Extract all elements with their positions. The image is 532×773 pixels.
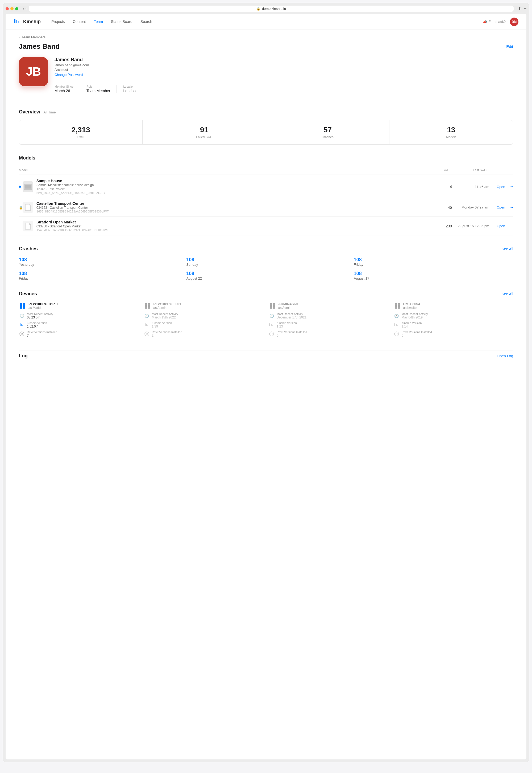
breadcrumb-label: Team Members [22,35,45,39]
device-name: PI-W10PRO-R17-T [28,302,58,306]
stat-swc: 2,313 SwC [19,120,143,144]
feedback-button[interactable]: 📣 Feedback? [483,20,506,24]
list-item: PI-W10PRO-0001 as Admin 🕐 Most Recent Ac… [144,302,264,340]
page-content: ‹ Team Members James Band Edit JB James … [6,30,526,375]
svg-rect-23 [146,324,147,326]
model-active-dot [19,185,21,188]
device-revit-label: Revit Versions Installed [402,330,432,334]
model-info: Castellon Transport Center 034123 · Cast… [36,201,431,213]
nav-content[interactable]: Content [73,18,86,25]
svg-rect-30 [273,306,275,309]
back-button[interactable]: ‹ [23,7,24,11]
svg-rect-10 [23,303,25,306]
device-revit: R Revit Versions Installed 2 [144,330,264,337]
crash-date: Yesterday [19,263,178,267]
forward-button[interactable]: › [26,7,27,11]
address-bar[interactable]: 🔒 demo.kinship.io [29,6,513,12]
overview-stats: 2,313 SwC 91 Failed SwC 57 Crashes 13 Mo… [19,120,513,144]
overview-header: Overview All Time [19,109,513,115]
model-open-button[interactable]: Open [489,185,505,189]
crash-date: Friday [19,276,178,280]
device-activity-content: Most Recent Activity 03:23 pm [27,312,53,319]
svg-rect-33 [272,325,273,326]
stat-failed-swc: 91 Failed SwC [143,120,266,144]
log-title: Log [19,353,28,359]
models-title: Models [19,155,35,161]
revit-icon: R [394,331,400,337]
svg-rect-5 [25,185,31,188]
stat-models: 13 Models [389,120,513,144]
nav-search[interactable]: Search [140,18,152,25]
model-more-button[interactable]: ··· [505,184,513,189]
model-last-swc-value: Monday 07:27 am [452,205,489,209]
model-file-icon [23,202,33,213]
nav-projects[interactable]: Projects [51,18,65,25]
table-row: 🔒 Castellon Transport Center 034123 · [19,198,513,217]
svg-rect-11 [20,306,22,309]
meta-role-value: Team Member [86,89,110,93]
svg-rect-32 [271,324,272,326]
new-tab-icon[interactable]: + [524,6,526,11]
crash-number[interactable]: 108 [354,257,513,263]
svg-rect-40 [394,323,395,326]
open-log-button[interactable]: Open Log [497,354,513,358]
model-open-button[interactable]: Open [489,205,505,209]
megaphone-icon: 📣 [483,20,487,24]
device-kinship: Kinship Version 1.14 [394,321,513,328]
model-more-button[interactable]: ··· [505,205,513,210]
devices-title: Devices [19,291,37,297]
col-last-swc-header: Last SwC [449,168,487,172]
device-kinship-content: Kinship Version 1.52.0.4 [27,321,47,328]
fullscreen-button[interactable] [15,7,18,10]
devices-grid: PI-W10PRO-R17-T as Maddo 🕐 Most Recent A… [19,302,513,340]
breadcrumb[interactable]: ‹ Team Members [19,35,513,39]
device-kinship-content: Kinship Version 1.23 [277,321,297,328]
svg-rect-41 [396,324,397,326]
nav-right: 📣 Feedback? DM [483,18,518,26]
device-header: ADMIN4S6H as Admin [269,302,388,310]
svg-rect-1 [16,20,17,23]
close-button[interactable] [6,7,9,10]
browser-actions: ⬆ + [518,6,526,11]
meta-member-since: Member Since March 26 [55,85,80,93]
svg-rect-28 [273,303,275,306]
stat-crashes: 57 Crashes [266,120,389,144]
crash-number[interactable]: 108 [186,257,346,263]
device-activity-content: Most Recent Activity May 04th 2019 [402,312,428,319]
crash-number[interactable]: 108 [186,271,346,276]
model-hash: 1650-DBD4918DB59894113AA0C6D5DBF01830.RV… [36,210,431,213]
model-name: Sample House [36,179,431,183]
devices-see-all[interactable]: See All [501,292,513,296]
overview-title: Overview [19,109,40,114]
model-more-button[interactable]: ··· [505,224,513,229]
list-item: 108 Friday [19,271,178,280]
meta-role-label: Role [86,85,110,88]
device-activity-value: December 17th 2021 [277,316,306,319]
svg-rect-22 [145,323,146,326]
device-revit-label: Revit Versions Installed [277,330,307,334]
traffic-lights [6,7,18,10]
list-item: 108 Yesterday [19,257,178,267]
edit-button[interactable]: Edit [506,44,513,49]
meta-member-since-value: March 26 [55,89,73,93]
table-row: Stratford Open Market 033750 · Stratford… [19,217,513,236]
device-revit-label: Revit Versions Installed [27,330,57,334]
device-alias: as Maddo [28,306,58,310]
device-alias: as Admin [278,306,298,310]
minimize-button[interactable] [10,7,14,10]
crash-number[interactable]: 108 [354,271,513,276]
share-icon[interactable]: ⬆ [518,6,521,11]
model-open-button[interactable]: Open [489,224,505,228]
revit-icon: R [144,331,150,337]
avatar[interactable]: DM [510,18,518,26]
nav-status-board[interactable]: Status Board [111,18,132,25]
crash-number[interactable]: 108 [19,257,178,263]
meta-member-since-label: Member Since [55,85,73,88]
model-info: Sample House Samuel Macalister sample ho… [36,179,431,195]
logo[interactable]: Kinship [14,18,41,26]
nav-team[interactable]: Team [94,18,103,25]
crash-number[interactable]: 108 [19,271,178,276]
change-password-link[interactable]: Change Password [55,73,513,77]
crashes-see-all[interactable]: See All [501,247,513,251]
svg-text:R: R [146,333,148,336]
